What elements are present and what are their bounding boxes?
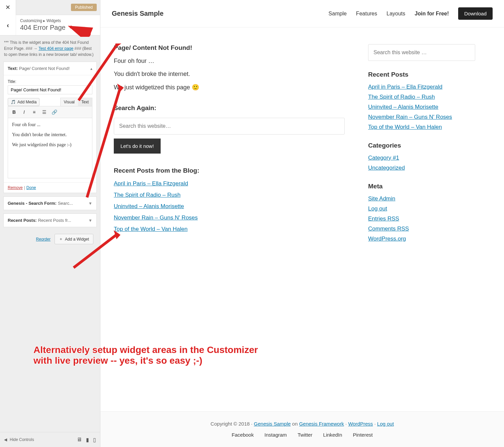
editor-textarea[interactable]: Four oh four ... You didn't broke the in…	[8, 118, 92, 178]
nav-sample[interactable]: Sample	[329, 11, 347, 17]
social-link[interactable]: Facebook	[232, 432, 254, 438]
search-heading: Search Again:	[114, 104, 345, 112]
sidebar-search-input[interactable]	[368, 44, 475, 61]
footer-link[interactable]: Log out	[377, 421, 394, 427]
editor-line: We just widgetized this page :-)	[12, 142, 88, 148]
number-list-icon[interactable]: ☰	[39, 108, 49, 116]
search-input[interactable]	[114, 118, 345, 135]
collapse-icon: ◀	[4, 437, 7, 442]
meta-link[interactable]: Entries RSS	[368, 215, 399, 222]
post-link[interactable]: The Spirit of Radio – Rush	[114, 192, 180, 198]
post-link[interactable]: Top of the World – Van Halen	[114, 226, 188, 232]
footer-text: ·	[373, 421, 377, 427]
test-404-link[interactable]: Test 404 error page	[38, 46, 73, 51]
sidebar-categories-heading: Categories	[368, 142, 475, 149]
italic-icon[interactable]: I	[19, 108, 29, 116]
bullet-list-icon[interactable]: ≡	[29, 108, 39, 116]
content-line: We just widgetized this page 🙂	[114, 84, 345, 91]
footer-link[interactable]: Genesis Sample	[254, 421, 291, 427]
nav-join[interactable]: Join for Free!	[415, 11, 449, 17]
editor-line: You didn't broke the internet.	[12, 132, 88, 138]
not-found-text: Page/ Content Not Found! Four oh four … …	[114, 44, 345, 91]
content-line: Four oh four …	[114, 58, 345, 65]
footer-link[interactable]: Genesis Framework	[299, 421, 344, 427]
media-icon: 🎵	[11, 100, 16, 104]
widget-body: Title: 🎵 Add Media Visual Text B	[4, 75, 96, 182]
post-link[interactable]: November Rain – Guns N' Roses	[114, 214, 198, 221]
separator: |	[24, 185, 25, 190]
link-icon[interactable]: 🔗	[50, 108, 59, 116]
nav-features[interactable]: Features	[356, 11, 377, 17]
chevron-down-icon: ▼	[88, 218, 92, 223]
post-link[interactable]: Top of the World – Van Halen	[368, 124, 442, 130]
widget-header[interactable]: Text: Page/ Content Not Found! ▴	[4, 62, 96, 75]
tab-text[interactable]: Text	[78, 98, 92, 106]
customizer-footer: ◀ Hide Controls 🖥 ▮ ▯	[0, 432, 100, 447]
footer-credits: Copyright © 2018 · Genesis Sample on Gen…	[107, 421, 497, 427]
search-submit-button[interactable]: Let's do it now!	[114, 139, 161, 154]
footer-link[interactable]: WordPress	[348, 421, 373, 427]
social-link[interactable]: Pinterest	[353, 432, 372, 438]
sidebar: Recent Posts April in Paris – Ella Fitzg…	[368, 44, 475, 394]
recent-posts-section: Recent Posts from the Blog: April in Par…	[114, 167, 345, 233]
post-link[interactable]: Uninvited – Alanis Morisette	[368, 104, 438, 110]
widget-actions-row: Reorder ＋ Add a Widget	[3, 231, 97, 248]
category-link[interactable]: Category #1	[368, 155, 399, 161]
tablet-icon[interactable]: ▮	[86, 437, 89, 443]
device-preview-icons: 🖥 ▮ ▯	[77, 437, 96, 443]
tab-visual[interactable]: Visual	[61, 98, 78, 106]
site-title[interactable]: Genesis Sample	[112, 10, 164, 17]
social-link[interactable]: LinkedIn	[323, 432, 342, 438]
site-body: Page/ Content Not Found! Four oh four … …	[100, 27, 504, 411]
widget-type-label: Text:	[8, 66, 18, 71]
bold-icon[interactable]: B	[9, 108, 19, 116]
footer-text: ·	[344, 421, 348, 427]
customizer-panel: ✕ Published ‹ Customizing ▸ Widgets 404 …	[0, 0, 100, 447]
meta-link[interactable]: Site Admin	[368, 195, 395, 202]
add-media-label: Add Media	[17, 100, 36, 104]
meta-link[interactable]: Comments RSS	[368, 226, 409, 232]
add-widget-button[interactable]: ＋ Add a Widget	[55, 234, 93, 244]
site-footer: Copyright © 2018 · Genesis Sample on Gen…	[100, 411, 504, 447]
category-link[interactable]: Uncategorized	[368, 165, 405, 171]
site-header: Genesis Sample Sample Features Layouts J…	[100, 0, 504, 27]
widget-header[interactable]: Recent Posts: Recent Posts fr... ▼	[4, 214, 96, 227]
meta-link[interactable]: Log out	[368, 205, 387, 212]
recent-posts-list: April in Paris – Ella Fitzgerald The Spi…	[114, 180, 345, 233]
reorder-link[interactable]: Reorder	[36, 237, 51, 242]
social-link[interactable]: Instagram	[264, 432, 287, 438]
widget-title-label: Page/ Content Not Found!	[19, 66, 90, 71]
footer-social: Facebook Instagram Twitter LinkedIn Pint…	[107, 432, 497, 438]
post-link[interactable]: Uninvited – Alanis Morisette	[114, 203, 184, 209]
back-button[interactable]: ‹	[0, 15, 16, 35]
widget-header[interactable]: Genesis - Search Form: Searc... ▼	[4, 197, 96, 210]
widget-type-label: Recent Posts:	[8, 218, 37, 223]
post-link[interactable]: April in Paris – Ella Fitzgerald	[368, 84, 442, 90]
done-widget-link[interactable]: Done	[26, 185, 36, 190]
nav-layouts[interactable]: Layouts	[387, 11, 405, 17]
remove-widget-link[interactable]: Remove	[8, 185, 23, 190]
recent-posts-heading: Recent Posts from the Blog:	[114, 167, 345, 174]
breadcrumb-trail: Customizing ▸ Widgets	[20, 18, 96, 23]
chevron-up-icon: ▴	[90, 66, 92, 71]
primary-nav: Sample Features Layouts Join for Free! D…	[329, 7, 493, 20]
widget-search-form: Genesis - Search Form: Searc... ▼	[3, 196, 97, 210]
post-link[interactable]: November Rain – Guns N' Roses	[368, 114, 452, 120]
title-input[interactable]	[8, 85, 92, 94]
sidebar-meta-heading: Meta	[368, 183, 475, 190]
plus-icon: ＋	[59, 236, 63, 242]
add-media-button[interactable]: 🎵 Add Media	[8, 98, 39, 106]
post-link[interactable]: April in Paris – Ella Fitzgerald	[114, 180, 188, 187]
mobile-icon[interactable]: ▯	[93, 437, 96, 443]
widget-footer: Remove|Done	[4, 182, 96, 193]
download-button[interactable]: Download	[458, 7, 493, 20]
meta-link[interactable]: WordPress.org	[368, 236, 406, 242]
widget-title-label: Searc...	[58, 201, 88, 206]
editor-line: Four oh four ...	[12, 122, 88, 127]
social-link[interactable]: Twitter	[298, 432, 312, 438]
published-badge: Published	[71, 4, 97, 11]
desktop-icon[interactable]: 🖥	[77, 437, 82, 443]
close-customizer-button[interactable]: ✕	[0, 0, 16, 15]
hide-controls-button[interactable]: ◀ Hide Controls	[4, 437, 34, 442]
post-link[interactable]: The Spirit of Radio – Rush	[368, 94, 435, 100]
